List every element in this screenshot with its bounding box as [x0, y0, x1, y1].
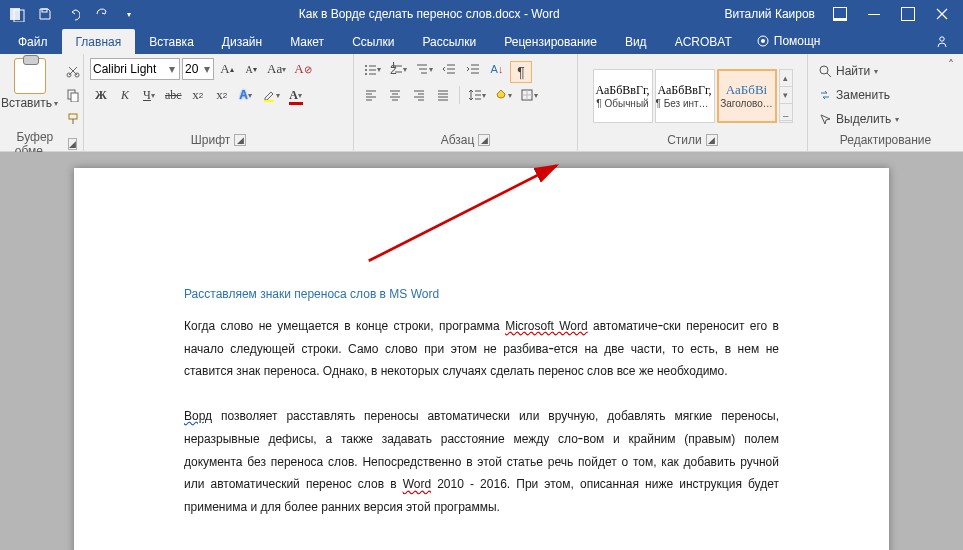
tab-layout[interactable]: Макет	[276, 29, 338, 54]
window-title: Как в Ворде сделать перенос слов.docx - …	[142, 7, 716, 21]
clear-formatting-icon[interactable]: A⊘	[291, 58, 314, 80]
font-label: Шрифт	[191, 133, 230, 147]
group-clipboard: Вставить▾ Буфер обме…◢	[0, 54, 84, 151]
increase-indent-icon[interactable]	[462, 58, 484, 80]
highlight-icon[interactable]: ▾	[259, 84, 283, 106]
select-label: Выделить	[836, 112, 891, 126]
paste-button[interactable]: Вставить▾	[0, 58, 60, 110]
svg-rect-10	[69, 114, 77, 119]
group-paragraph: ▾ 12▾ ▾ A↓ ¶ ▾ ▾ ▾ Абзац◢	[354, 54, 578, 151]
share-button[interactable]	[921, 28, 963, 54]
svg-rect-2	[42, 9, 47, 12]
styles-gallery: АаБбВвГг,¶ Обычный АаБбВвГг,¶ Без инте… …	[593, 69, 793, 123]
group-styles: АаБбВвГг,¶ Обычный АаБбВвГг,¶ Без инте… …	[578, 54, 808, 151]
tab-file[interactable]: Файл	[4, 29, 62, 54]
minimize-icon[interactable]	[857, 0, 891, 28]
qat-customize-icon[interactable]: ▾	[116, 2, 142, 26]
styles-dialog-launcher[interactable]: ◢	[706, 134, 718, 146]
group-font: ▾ ▾ A▴ A▾ Aa▾ A⊘ Ж К Ч▾ abc x2 x2 A▾ ▾ A…	[84, 54, 354, 151]
find-button[interactable]: Найти▾	[814, 60, 957, 82]
doc-heading[interactable]: Расставляем знаки переноса слов в MS Wor…	[184, 278, 779, 304]
shrink-font-icon[interactable]: A▾	[240, 58, 262, 80]
tab-review[interactable]: Рецензирование	[490, 29, 611, 54]
select-icon	[818, 112, 832, 126]
redo-icon[interactable]	[88, 2, 114, 26]
superscript-icon[interactable]: x2	[211, 84, 233, 106]
tab-insert[interactable]: Вставка	[135, 29, 208, 54]
doc-paragraph-2[interactable]: Ворд позволяет расставлять переносы авто…	[184, 404, 779, 518]
font-dialog-launcher[interactable]: ◢	[234, 134, 246, 146]
tab-acrobat[interactable]: ACROBAT	[661, 29, 746, 54]
font-size-combo[interactable]: ▾	[182, 58, 214, 80]
text-effects-icon[interactable]: A▾	[235, 84, 257, 106]
ribbon-tab-strip: Файл Главная Вставка Дизайн Макет Ссылки…	[0, 28, 963, 54]
svg-point-5	[940, 37, 944, 41]
svg-point-12	[365, 65, 367, 67]
style-normal[interactable]: АаБбВвГг,¶ Обычный	[593, 69, 653, 123]
svg-point-18	[820, 66, 828, 74]
tab-references[interactable]: Ссылки	[338, 29, 408, 54]
underline-icon[interactable]: Ч▾	[138, 84, 160, 106]
strikethrough-icon[interactable]: abc	[162, 84, 185, 106]
align-center-icon[interactable]	[384, 84, 406, 106]
sort-icon[interactable]: A↓	[486, 58, 508, 80]
font-color-icon[interactable]: A▾	[285, 84, 307, 106]
tab-design[interactable]: Дизайн	[208, 29, 276, 54]
styles-gallery-more[interactable]: ▴▾⎯	[779, 69, 793, 123]
style-no-spacing[interactable]: АаБбВвГг,¶ Без инте…	[655, 69, 715, 123]
doc-paragraph-1[interactable]: Когда слово не умещается в конце строки,…	[184, 314, 779, 382]
italic-icon[interactable]: К	[114, 84, 136, 106]
font-name-input[interactable]	[93, 62, 167, 76]
tab-mailings[interactable]: Рассылки	[408, 29, 490, 54]
svg-point-13	[365, 69, 367, 71]
find-icon	[818, 64, 832, 78]
justify-icon[interactable]	[432, 84, 454, 106]
copy-icon[interactable]	[62, 84, 84, 106]
numbering-icon[interactable]: 12▾	[386, 58, 410, 80]
line-spacing-icon[interactable]: ▾	[465, 84, 489, 106]
undo-icon[interactable]	[60, 2, 86, 26]
style-heading1[interactable]: АаБбВіЗаголово…	[717, 69, 777, 123]
paragraph-dialog-launcher[interactable]: ◢	[478, 134, 490, 146]
quick-access-toolbar: ▾	[4, 2, 142, 26]
tab-home[interactable]: Главная	[62, 29, 136, 54]
close-icon[interactable]	[925, 0, 959, 28]
window-buttons	[823, 0, 959, 28]
svg-point-4	[761, 39, 765, 43]
align-left-icon[interactable]	[360, 84, 382, 106]
tell-me[interactable]: Помощн	[746, 28, 831, 54]
styles-label: Стили	[667, 133, 702, 147]
collapse-ribbon-icon[interactable]: ˄	[941, 56, 961, 74]
font-size-input[interactable]	[185, 62, 203, 76]
tab-view[interactable]: Вид	[611, 29, 661, 54]
show-hide-paragraph-marks-button[interactable]: ¶	[510, 61, 532, 83]
grow-font-icon[interactable]: A▴	[216, 58, 238, 80]
align-right-icon[interactable]	[408, 84, 430, 106]
bullets-icon[interactable]: ▾	[360, 58, 384, 80]
format-painter-icon[interactable]	[62, 108, 84, 130]
clipboard-dialog-launcher[interactable]: ◢	[68, 138, 77, 150]
page[interactable]: Расставляем знаки переноса слов в MS Wor…	[74, 168, 889, 550]
maximize-icon[interactable]	[891, 0, 925, 28]
word-app-icon[interactable]	[4, 2, 30, 26]
ribbon-display-options-icon[interactable]	[823, 0, 857, 28]
replace-label: Заменить	[836, 88, 890, 102]
decrease-indent-icon[interactable]	[438, 58, 460, 80]
bold-icon[interactable]: Ж	[90, 84, 112, 106]
borders-icon[interactable]: ▾	[517, 84, 541, 106]
replace-icon	[818, 88, 832, 102]
subscript-icon[interactable]: x2	[187, 84, 209, 106]
font-name-combo[interactable]: ▾	[90, 58, 180, 80]
change-case-icon[interactable]: Aa▾	[264, 58, 289, 80]
document-area[interactable]: Расставляем знаки переноса слов в MS Wor…	[0, 152, 963, 550]
cut-icon[interactable]	[62, 60, 84, 82]
group-editing: Найти▾ Заменить Выделить▾ Редактирование	[808, 54, 963, 151]
multilevel-list-icon[interactable]: ▾	[412, 58, 436, 80]
shading-icon[interactable]: ▾	[491, 84, 515, 106]
replace-button[interactable]: Заменить	[814, 84, 957, 106]
paste-label: Вставить	[1, 96, 52, 110]
paste-icon	[14, 58, 46, 94]
select-button[interactable]: Выделить▾	[814, 108, 957, 130]
save-icon[interactable]	[32, 2, 58, 26]
user-name[interactable]: Виталий Каиров	[716, 7, 823, 21]
